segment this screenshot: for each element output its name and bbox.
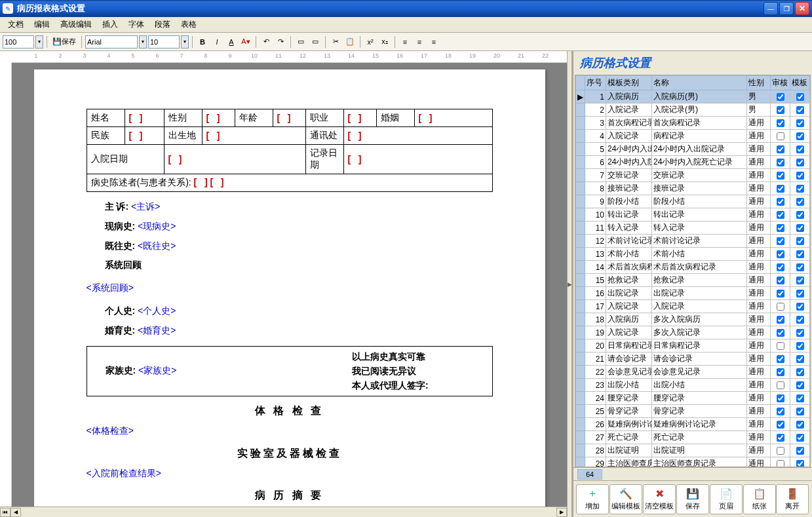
- col-序号[interactable]: 序号: [585, 76, 606, 90]
- copy-btn[interactable]: 📋: [343, 35, 357, 48]
- checkbox-a[interactable]: [777, 303, 784, 311]
- checkbox-t[interactable]: [796, 93, 804, 101]
- font-input[interactable]: [85, 35, 138, 48]
- table-row[interactable]: 25骨穿记录骨穿记录通用: [576, 405, 810, 418]
- super-btn[interactable]: x²: [364, 35, 377, 48]
- menu-表格[interactable]: 表格: [177, 18, 201, 31]
- checkbox-t[interactable]: [796, 185, 804, 193]
- table-row[interactable]: 28出院证明出院证明通用: [576, 444, 810, 457]
- checkbox-a[interactable]: [777, 394, 784, 402]
- checkbox-t[interactable]: [796, 250, 804, 258]
- minimize-button[interactable]: —: [764, 2, 778, 15]
- ph-lab[interactable]: <入院前检查结果>: [87, 468, 161, 478]
- checkbox-t[interactable]: [796, 421, 804, 429]
- table-row[interactable]: 624小时内入院24小时内入院死亡记录通用: [576, 156, 810, 169]
- document-area[interactable]: 姓名[ ] 性别[ ] 年龄[ ] 职业[ ] 婚姻[ ] 民族[ ] 出生地[…: [12, 63, 567, 507]
- table-row[interactable]: ▶1入院病历入院病历(男)男: [576, 90, 810, 104]
- close-button[interactable]: ✕: [795, 2, 809, 15]
- table-row[interactable]: 14术后首次病程术后首次病程记录通用: [576, 261, 810, 274]
- table-row[interactable]: 21请会诊记录请会诊记录通用: [576, 353, 810, 366]
- btn-纸张[interactable]: 📋纸张: [743, 484, 776, 514]
- fontcolor-btn[interactable]: A▾: [239, 35, 252, 48]
- table-row[interactable]: 13术前小结术前小结通用: [576, 248, 810, 261]
- italic-btn[interactable]: I: [210, 35, 223, 48]
- menu-高级编辑[interactable]: 高级编辑: [56, 18, 96, 31]
- btn-保存[interactable]: 💾保存: [676, 484, 709, 514]
- undo-btn[interactable]: ↶: [260, 35, 273, 48]
- ph-family[interactable]: <家族史>: [138, 365, 176, 375]
- table-row[interactable]: 7交班记录交班记录通用: [576, 169, 810, 182]
- ph-sysreview[interactable]: <系统回顾>: [87, 282, 134, 293]
- table-row[interactable]: 22会诊意见记录会诊意见记录通用: [576, 366, 810, 379]
- ph-chief[interactable]: <主诉>: [131, 201, 160, 212]
- btn-页眉[interactable]: 📄页眉: [710, 484, 743, 514]
- checkbox-t[interactable]: [796, 408, 804, 415]
- checkbox-t[interactable]: [796, 342, 804, 350]
- table-row[interactable]: 15抢救记录抢救记录通用: [576, 274, 810, 287]
- page[interactable]: 姓名[ ] 性别[ ] 年龄[ ] 职业[ ] 婚姻[ ] 民族[ ] 出生地[…: [34, 69, 545, 507]
- checkbox-a[interactable]: [777, 224, 784, 232]
- first-page-btn[interactable]: ⏮: [0, 508, 10, 517]
- table-row[interactable]: 11转入记录转入记录通用: [576, 221, 810, 235]
- checkbox-t[interactable]: [796, 263, 804, 271]
- checkbox-a[interactable]: [777, 277, 784, 284]
- table-row[interactable]: 524小时内入出24小时内入出院记录通用: [576, 143, 810, 156]
- menu-字体[interactable]: 字体: [125, 18, 148, 31]
- btn-增加[interactable]: ＋增加: [576, 484, 609, 514]
- table-row[interactable]: 24腰穿记录腰穿记录通用: [576, 392, 810, 405]
- horizontal-ruler[interactable]: 12345678910111213141516171819202122: [12, 51, 567, 63]
- menu-插入[interactable]: 插入: [98, 18, 122, 31]
- checkbox-t[interactable]: [796, 394, 804, 402]
- vertical-ruler[interactable]: [0, 63, 12, 507]
- align-left-btn[interactable]: ≡: [398, 35, 412, 48]
- checkbox-a[interactable]: [777, 132, 784, 140]
- checkbox-t[interactable]: [796, 447, 804, 455]
- col-模板类别[interactable]: 模板类别: [606, 76, 652, 90]
- field2-btn[interactable]: ▭: [309, 35, 322, 48]
- checkbox-t[interactable]: [796, 132, 804, 140]
- checkbox-t[interactable]: [796, 277, 804, 284]
- checkbox-a[interactable]: [777, 434, 784, 442]
- menu-编辑[interactable]: 编辑: [30, 18, 54, 31]
- checkbox-a[interactable]: [777, 342, 784, 350]
- table-row[interactable]: 27死亡记录死亡记录通用: [576, 431, 810, 444]
- checkbox-a[interactable]: [777, 460, 784, 468]
- table-row[interactable]: 20日常病程记录日常病程记录通用: [576, 339, 810, 353]
- checkbox-t[interactable]: [796, 329, 804, 337]
- table-row[interactable]: 8接班记录接班记录通用: [576, 182, 810, 195]
- checkbox-t[interactable]: [796, 198, 804, 206]
- table-row[interactable]: 12术前讨论记录术前讨论记录通用: [576, 235, 810, 248]
- ph-phys[interactable]: <体格检查>: [87, 425, 134, 436]
- table-row[interactable]: 23出院小结出院小结通用: [576, 379, 810, 392]
- table-row[interactable]: 9阶段小结阶段小结通用: [576, 195, 810, 208]
- checkbox-a[interactable]: [777, 237, 784, 245]
- cut-btn[interactable]: ✂: [329, 35, 342, 48]
- ph-past[interactable]: <既往史>: [138, 240, 176, 251]
- checkbox-t[interactable]: [796, 145, 804, 153]
- table-row[interactable]: 4入院记录病程记录通用: [576, 130, 810, 143]
- btn-清空模板[interactable]: ✖清空模板: [643, 484, 676, 514]
- bold-btn[interactable]: B: [196, 35, 209, 48]
- checkbox-a[interactable]: [777, 145, 784, 153]
- menu-文档[interactable]: 文档: [4, 18, 28, 31]
- ph-marital[interactable]: <婚育史>: [138, 325, 176, 335]
- checkbox-t[interactable]: [796, 224, 804, 232]
- align-center-btn[interactable]: ≡: [413, 35, 426, 48]
- checkbox-t[interactable]: [796, 368, 804, 376]
- checkbox-a[interactable]: [777, 290, 784, 297]
- checkbox-a[interactable]: [777, 93, 784, 101]
- table-row[interactable]: 29主治医师查房主治医师查房记录通用: [576, 457, 810, 468]
- table-row[interactable]: 18入院病历多次入院病历通用: [576, 313, 810, 326]
- checkbox-a[interactable]: [777, 106, 784, 114]
- checkbox-a[interactable]: [777, 172, 784, 180]
- checkbox-t[interactable]: [796, 316, 804, 324]
- h-scrollbar[interactable]: ⏮ ◀ ▶: [0, 507, 567, 517]
- ph-present[interactable]: <现病史>: [138, 221, 176, 231]
- redo-btn[interactable]: ↷: [274, 35, 287, 48]
- col-名称[interactable]: 名称: [652, 76, 747, 90]
- table-row[interactable]: 17入院记录入院记录通用: [576, 300, 810, 313]
- checkbox-t[interactable]: [796, 211, 804, 219]
- sub-btn[interactable]: x₂: [378, 35, 391, 48]
- font-dropdown[interactable]: ▾: [139, 35, 147, 48]
- col-审核[interactable]: 审核: [771, 76, 790, 90]
